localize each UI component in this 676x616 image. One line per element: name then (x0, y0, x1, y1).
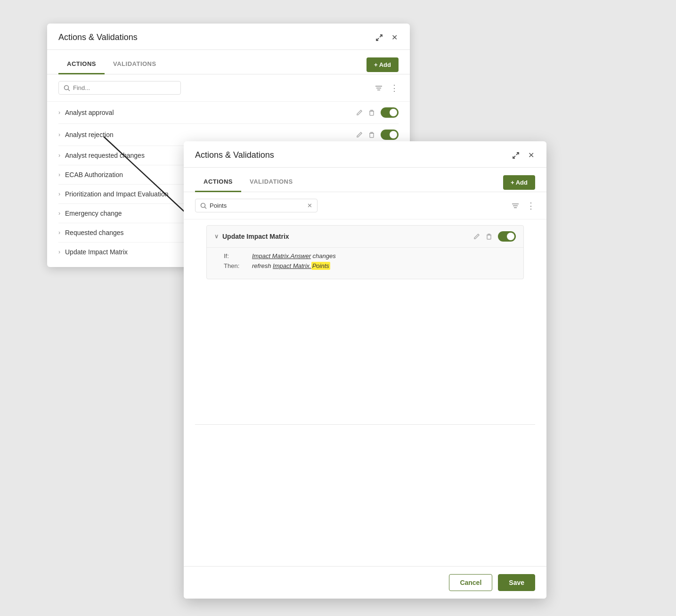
primary-add-button[interactable]: + Add (367, 57, 399, 72)
delete-icon[interactable] (368, 109, 375, 116)
action-name: Analyst requested changes (65, 152, 145, 159)
then-link[interactable]: Impact Matrix. (273, 262, 311, 269)
edit-icon[interactable] (356, 131, 363, 138)
chevron-right-icon: › (58, 229, 60, 236)
primary-filter-icon[interactable] (375, 85, 383, 91)
secondary-dialog-footer: Cancel Save (184, 566, 546, 599)
secondary-dialog-header-icons: ✕ (511, 150, 535, 161)
footer-divider (195, 424, 535, 425)
svg-rect-18 (487, 235, 491, 239)
then-label: Then: (224, 262, 246, 269)
if-text: changes (311, 252, 336, 259)
secondary-tab-actions[interactable]: ACTIONS (195, 173, 241, 192)
svg-rect-8 (370, 133, 374, 138)
secondary-empty-space (184, 292, 546, 424)
edit-icon[interactable] (356, 109, 363, 116)
svg-rect-7 (370, 111, 374, 115)
expanded-action-right (473, 231, 516, 242)
then-highlight: Points (311, 262, 330, 270)
chevron-down-icon[interactable]: ∨ (214, 233, 219, 240)
svg-point-2 (65, 85, 69, 89)
chevron-right-icon: › (58, 191, 60, 197)
expanded-action-name: Update Impact Matrix (222, 233, 289, 240)
secondary-close-button[interactable]: ✕ (527, 150, 535, 161)
primary-tab-validations[interactable]: VALIDATIONS (105, 56, 165, 74)
primary-search-box (58, 81, 181, 95)
secondary-search-icon (200, 203, 207, 209)
svg-line-14 (205, 207, 207, 209)
if-label: If: (224, 252, 246, 259)
primary-expand-button[interactable] (375, 33, 384, 42)
expanded-action-container: ∨ Update Impact Matrix (184, 219, 546, 292)
svg-point-13 (201, 203, 205, 207)
toggle-expanded-action[interactable] (498, 231, 516, 242)
then-row: Then: refresh Impact Matrix.Points (224, 262, 516, 269)
chevron-right-icon: › (58, 131, 60, 138)
action-name: Update Impact Matrix (65, 248, 128, 256)
action-name: Analyst rejection (65, 131, 114, 138)
action-name: Analyst approval (65, 109, 114, 116)
expanded-action-left: ∨ Update Impact Matrix (214, 233, 289, 240)
chevron-right-icon: › (58, 109, 60, 116)
expanded-action-card: ∨ Update Impact Matrix (206, 225, 524, 279)
svg-line-3 (68, 89, 70, 91)
secondary-search-input[interactable] (210, 202, 304, 209)
secondary-dialog-title: Actions & Validations (195, 150, 274, 160)
then-prefix: refresh (252, 262, 273, 269)
primary-dialog-title: Actions & Validations (58, 32, 138, 42)
primary-search-icon (64, 85, 70, 91)
then-value: refresh Impact Matrix.Points (252, 262, 330, 269)
primary-close-button[interactable]: ✕ (391, 32, 399, 43)
action-name: Emergency change (65, 210, 122, 217)
secondary-dialog-header: Actions & Validations ✕ (184, 141, 546, 168)
secondary-search-clear[interactable]: ✕ (307, 202, 312, 209)
close-icon: ✕ (391, 33, 398, 42)
expanded-action-details: If: Impact Matrix.Answer changes Then: r… (207, 248, 523, 279)
primary-dialog-header-icons: ✕ (375, 32, 399, 43)
secondary-tabs-left: ACTIONS VALIDATIONS (195, 173, 301, 192)
if-row: If: Impact Matrix.Answer changes (224, 252, 516, 259)
chevron-right-icon: › (58, 249, 60, 255)
action-name: Requested changes (65, 229, 124, 236)
secondary-filter-icon[interactable] (512, 203, 519, 209)
secondary-search-box: ✕ (195, 199, 318, 212)
primary-more-icon[interactable]: ⋮ (390, 83, 399, 93)
primary-tabs-bar: ACTIONS VALIDATIONS + Add (47, 50, 410, 74)
chevron-right-icon: › (58, 171, 60, 178)
secondary-dialog-body: ACTIONS VALIDATIONS + Add ✕ (184, 168, 546, 292)
action-name: ECAB Authorization (65, 171, 123, 178)
secondary-more-icon[interactable]: ⋮ (527, 201, 535, 211)
delete-icon[interactable] (368, 131, 375, 138)
expanded-action-header: ∨ Update Impact Matrix (207, 226, 523, 248)
secondary-tab-validations[interactable]: VALIDATIONS (241, 173, 301, 192)
chevron-right-icon: › (58, 152, 60, 159)
secondary-tabs-bar: ACTIONS VALIDATIONS + Add (184, 168, 546, 192)
toggle-analyst-rejection[interactable] (381, 130, 399, 140)
secondary-add-button[interactable]: + Add (503, 175, 535, 190)
expanded-edit-icon[interactable] (473, 233, 480, 240)
toggle-analyst-approval[interactable] (381, 107, 399, 118)
action-name: Prioritization and Impact Evaluation (65, 190, 168, 198)
primary-dialog-header: Actions & Validations ✕ (47, 24, 410, 50)
primary-tab-actions[interactable]: ACTIONS (58, 56, 105, 74)
primary-search-filter-row: ⋮ (47, 74, 410, 102)
expanded-delete-icon[interactable] (486, 233, 492, 240)
if-link[interactable]: Impact Matrix.Answer (252, 252, 311, 259)
close-icon: ✕ (528, 151, 534, 160)
primary-search-input[interactable] (73, 84, 176, 91)
chevron-right-icon: › (58, 210, 60, 217)
if-value: Impact Matrix.Answer changes (252, 252, 336, 259)
secondary-dialog: Actions & Validations ✕ ACTIO (184, 141, 546, 599)
cancel-button[interactable]: Cancel (449, 574, 492, 591)
secondary-expand-button[interactable] (511, 151, 521, 160)
action-row-analyst-approval[interactable]: › Analyst approval (58, 102, 399, 124)
secondary-search-filter-row: ✕ ⋮ (184, 192, 546, 219)
primary-tabs-left: ACTIONS VALIDATIONS (58, 56, 165, 74)
save-button[interactable]: Save (498, 574, 535, 591)
